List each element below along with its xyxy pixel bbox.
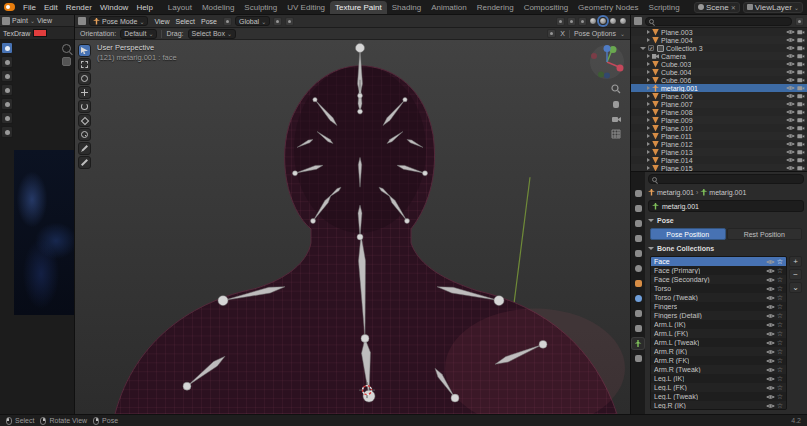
topbar-menu[interactable]: Help <box>132 3 156 12</box>
solo-star-icon[interactable]: ☆ <box>777 303 783 310</box>
collection-visibility-icon[interactable] <box>766 403 775 409</box>
solo-star-icon[interactable]: ☆ <box>777 312 783 319</box>
hide-in-viewport-icon[interactable] <box>786 29 795 35</box>
solo-star-icon[interactable]: ☆ <box>777 357 783 364</box>
topbar-menu[interactable]: Edit <box>40 3 62 12</box>
workspace-tab[interactable]: Animation <box>426 1 472 14</box>
solo-star-icon[interactable]: ☆ <box>777 267 783 274</box>
viewport-menu[interactable]: View <box>151 18 172 25</box>
pose-position-button[interactable]: Pose Position <box>650 228 726 240</box>
bone-collection-row[interactable]: Torso ☆ <box>651 284 786 293</box>
filter-icon[interactable] <box>795 17 804 26</box>
paint-editor-canvas[interactable] <box>0 40 74 414</box>
zoom-icon[interactable] <box>62 44 71 53</box>
disable-in-render-icon[interactable] <box>797 157 805 163</box>
bone-collection-row[interactable]: Fingers ☆ <box>651 302 786 311</box>
outliner-row[interactable]: ✓ Cube.006 <box>631 76 807 84</box>
workspace-tab[interactable]: Modeling <box>197 1 239 14</box>
workspace-tab[interactable]: UV Editing <box>282 1 330 14</box>
bone-collection-row[interactable]: Arm.R (FK) ☆ <box>651 356 786 365</box>
bone-collection-row[interactable]: Arm.L (IK) ☆ <box>651 320 786 329</box>
expand-icon[interactable] <box>647 94 650 98</box>
editor-type-icon[interactable] <box>634 17 642 25</box>
smear-brush-tool[interactable] <box>1 70 13 82</box>
collection-visibility-icon[interactable] <box>766 394 775 400</box>
expand-icon[interactable] <box>647 70 650 74</box>
annotate-tool[interactable] <box>78 142 91 155</box>
disable-in-render-icon[interactable] <box>797 45 805 51</box>
mirror-icon[interactable] <box>547 29 556 38</box>
hide-in-viewport-icon[interactable] <box>786 125 795 131</box>
topbar-menu[interactable]: Render <box>62 3 96 12</box>
outliner-search-input[interactable] <box>645 17 792 26</box>
collection-visibility-icon[interactable] <box>766 349 775 355</box>
paint-view-menu[interactable]: View <box>37 17 52 24</box>
bone-collection-row[interactable]: Fingers (Detail) ☆ <box>651 311 786 320</box>
scale-tool[interactable] <box>78 114 91 127</box>
editor-type-icon[interactable] <box>2 17 10 25</box>
collection-visibility-icon[interactable] <box>766 340 775 346</box>
bone-collection-row[interactable]: Leg.L (IK) ☆ <box>651 374 786 383</box>
hide-in-viewport-icon[interactable] <box>786 69 795 75</box>
bone-collection-row[interactable]: Torso (Tweak) ☆ <box>651 293 786 302</box>
disable-in-render-icon[interactable] <box>797 37 805 43</box>
solo-star-icon[interactable]: ☆ <box>777 339 783 346</box>
disable-in-render-icon[interactable] <box>797 133 805 139</box>
solo-star-icon[interactable]: ☆ <box>777 393 783 400</box>
collection-visibility-icon[interactable] <box>766 268 775 274</box>
pose-options-dropdown[interactable]: Pose Options <box>574 30 616 37</box>
hide-in-viewport-icon[interactable] <box>786 85 795 91</box>
rest-position-button[interactable]: Rest Position <box>727 228 803 240</box>
mirror-x-toggle[interactable]: X <box>560 30 565 37</box>
expand-icon[interactable] <box>647 166 650 170</box>
properties-tab[interactable] <box>632 293 644 304</box>
outliner-row[interactable]: ✓ Plane.004 <box>631 36 807 44</box>
mask-brush-tool[interactable] <box>1 112 13 124</box>
properties-tab[interactable] <box>632 308 644 319</box>
select-box-tool[interactable] <box>78 58 91 71</box>
zoom-icon[interactable] <box>611 84 621 94</box>
workspace-tab[interactable]: Rendering <box>472 1 519 14</box>
expand-icon[interactable] <box>647 38 650 42</box>
collection-visibility-icon[interactable] <box>766 313 775 319</box>
expand-icon[interactable] <box>647 54 650 58</box>
fill-brush-tool[interactable] <box>1 98 13 110</box>
hide-in-viewport-icon[interactable] <box>786 157 795 163</box>
hide-in-viewport-icon[interactable] <box>786 77 795 83</box>
collection-visibility-icon[interactable] <box>766 286 775 292</box>
disable-in-render-icon[interactable] <box>797 61 805 67</box>
bone-collection-row[interactable]: Arm.L (FK) ☆ <box>651 329 786 338</box>
collection-visibility-icon[interactable] <box>766 358 775 364</box>
bone-collection-row[interactable]: Arm.R (IK) ☆ <box>651 347 786 356</box>
collection-visibility-icon[interactable] <box>766 304 775 310</box>
hide-in-viewport-icon[interactable] <box>786 45 795 51</box>
topbar-menu[interactable]: Window <box>96 3 132 12</box>
viewport-canvas[interactable]: User Perspective (121) metarig.001 : fac… <box>75 40 630 414</box>
hide-in-viewport-icon[interactable] <box>786 53 795 59</box>
solo-star-icon[interactable]: ☆ <box>777 384 783 391</box>
workspace-tab[interactable]: Geometry Nodes <box>573 1 643 14</box>
bone-collection-row[interactable]: Arm.L (Tweak) ☆ <box>651 338 786 347</box>
pose-section-header[interactable]: Pose <box>648 215 804 225</box>
measure-tool[interactable] <box>78 156 91 169</box>
shading-rendered-icon[interactable] <box>619 17 627 25</box>
outliner-row[interactable]: ✓ Cube.004 <box>631 68 807 76</box>
hide-in-viewport-icon[interactable] <box>786 61 795 67</box>
hide-in-viewport-icon[interactable] <box>786 109 795 115</box>
clone-brush-tool[interactable] <box>1 84 13 96</box>
properties-tab[interactable] <box>632 323 644 334</box>
solo-star-icon[interactable]: ☆ <box>777 321 783 328</box>
show-gizmo-icon[interactable] <box>556 17 565 26</box>
blender-logo-icon[interactable] <box>4 3 15 11</box>
solo-star-icon[interactable]: ☆ <box>777 366 783 373</box>
disable-in-render-icon[interactable] <box>797 29 805 35</box>
outliner-row[interactable]: ✓ Camera <box>631 52 807 60</box>
add-collection-button[interactable]: + <box>789 256 802 267</box>
orientation-setting-dropdown[interactable]: Default ⌄ <box>120 29 157 39</box>
outliner-row[interactable]: ✓ Plane.009 <box>631 116 807 124</box>
outliner-row[interactable]: ✓ Plane.015 <box>631 164 807 171</box>
topbar-menu[interactable]: File <box>19 3 40 12</box>
viewport-menu[interactable]: Select <box>173 18 198 25</box>
tweak-tool[interactable] <box>78 44 91 57</box>
outliner-row[interactable]: ✓ Plane.006 <box>631 92 807 100</box>
